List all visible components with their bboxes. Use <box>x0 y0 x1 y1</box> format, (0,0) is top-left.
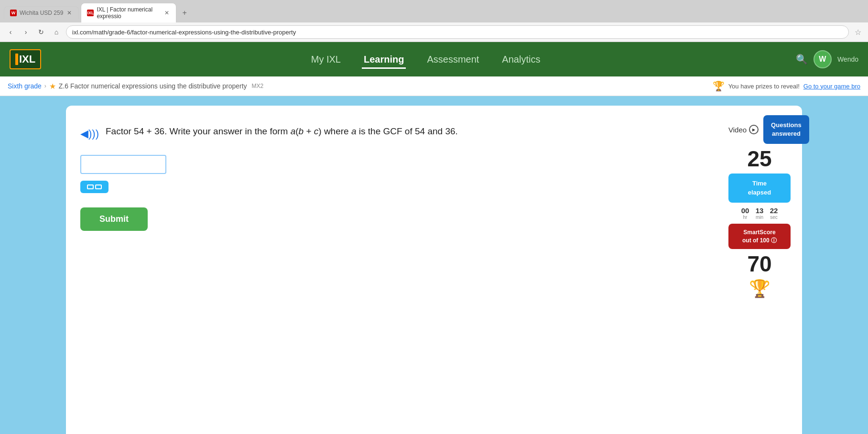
ixl-logo[interactable]: IXL <box>10 49 41 69</box>
breadcrumb-code: MX2 <box>252 83 264 89</box>
main-content: Video ▶ Questionsanswered 25 Timeelapsed… <box>0 96 868 434</box>
tab1-favicon: W <box>10 10 17 16</box>
refresh-button[interactable]: ↻ <box>35 26 47 38</box>
nav-analytics[interactable]: Analytics <box>500 50 542 69</box>
timer-labels: hr min sec <box>740 215 779 220</box>
play-circle-icon: ▶ <box>749 125 759 134</box>
question-content: Factor 54 + 36. Write your answer in the… <box>106 125 458 139</box>
submit-button[interactable]: Submit <box>80 207 148 231</box>
prize-link[interactable]: Go to your game bro <box>803 83 860 90</box>
key-1 <box>87 184 94 189</box>
breadcrumb-right: 🏆 You have prizes to reveal! Go to your … <box>713 80 860 92</box>
nav-learning[interactable]: Learning <box>362 50 406 69</box>
timer-hr-label: hr <box>740 215 750 220</box>
breadcrumb-bar: Sixth grade › ★ Z.6 Factor numerical exp… <box>0 76 868 96</box>
logo-bar <box>15 54 18 65</box>
timer-minutes: 13 <box>754 206 765 215</box>
keyboard-icon <box>87 184 102 189</box>
tab1-close[interactable]: ✕ <box>66 10 73 16</box>
video-label-text: Video <box>728 126 747 134</box>
search-button[interactable]: 🔍 <box>796 54 808 65</box>
timer-min-label: min <box>754 215 765 220</box>
back-button[interactable]: ‹ <box>5 26 16 38</box>
tab-bar: W Wichita USD 259 ✕ IXL IXL | Factor num… <box>0 0 868 22</box>
questions-count: 25 <box>747 148 771 170</box>
timer-numbers: 00 13 22 <box>740 206 779 215</box>
user-avatar[interactable]: W <box>814 50 832 68</box>
address-bar-row: ‹ › ↻ ⌂ ☆ <box>0 22 868 42</box>
trophy-figure: 🏆 <box>749 279 770 299</box>
tab-2[interactable]: IXL IXL | Factor numerical expressio ✕ <box>81 3 176 22</box>
ixl-navigation: My IXL Learning Assessment Analytics <box>55 50 796 69</box>
tab1-title: Wichita USD 259 <box>20 10 63 16</box>
right-panel: Video ▶ Questionsanswered 25 Timeelapsed… <box>728 115 791 299</box>
video-button[interactable]: Video ▶ <box>728 125 759 134</box>
forward-button[interactable]: › <box>20 26 32 38</box>
prize-text: You have prizes to reveal! <box>728 83 800 90</box>
smart-score-button[interactable]: SmartScoreout of 100 ⓘ <box>728 224 791 250</box>
breadcrumb-chevron: › <box>44 83 46 89</box>
timer-display: 00 13 22 hr min sec <box>728 206 791 220</box>
tab2-title: IXL | Factor numerical expressio <box>97 6 161 20</box>
header-right: 🔍 W Wendo <box>796 50 858 68</box>
question-text: ◀))) Factor 54 + 36. Write your answer i… <box>80 125 711 141</box>
logo-text: IXL <box>19 53 35 65</box>
browser-chrome: W Wichita USD 259 ✕ IXL IXL | Factor num… <box>0 0 868 42</box>
breadcrumb-grade[interactable]: Sixth grade <box>8 82 42 90</box>
ixl-header: IXL My IXL Learning Assessment Analytics… <box>0 42 868 76</box>
home-button[interactable]: ⌂ <box>51 26 62 38</box>
user-name-label: Wendo <box>837 55 858 63</box>
timer-sec-label: sec <box>769 215 779 220</box>
tab2-close[interactable]: ✕ <box>163 10 170 16</box>
play-icon: ▶ <box>752 128 755 132</box>
timer-seconds: 22 <box>769 206 779 215</box>
keyboard-button[interactable] <box>80 181 108 193</box>
questions-answered-button[interactable]: Questionsanswered <box>763 115 809 144</box>
breadcrumb-lesson: Z.6 Factor numerical expressions using t… <box>59 82 247 90</box>
question-area: ◀))) Factor 54 + 36. Write your answer i… <box>80 125 788 231</box>
breadcrumb-left: Sixth grade › ★ Z.6 Factor numerical exp… <box>8 82 263 91</box>
trophy-icon: 🏆 <box>713 80 725 92</box>
answer-input[interactable] <box>80 155 166 174</box>
speaker-icon[interactable]: ◀))) <box>80 126 99 141</box>
timer-hours: 00 <box>740 206 750 215</box>
content-card: Video ▶ Questionsanswered 25 Timeelapsed… <box>66 106 802 434</box>
nav-my-ixl[interactable]: My IXL <box>309 50 343 69</box>
bookmark-button[interactable]: ☆ <box>853 26 863 39</box>
time-elapsed-button[interactable]: Timeelapsed <box>728 174 791 202</box>
address-bar-input[interactable] <box>66 25 849 39</box>
tab2-favicon: IXL <box>87 10 94 16</box>
smart-score-value: 70 <box>747 253 771 275</box>
new-tab-button[interactable]: + <box>178 7 190 19</box>
right-panel-top: Video ▶ Questionsanswered <box>728 115 791 144</box>
nav-assessment[interactable]: Assessment <box>425 50 481 69</box>
tab-1[interactable]: W Wichita USD 259 ✕ <box>4 6 79 19</box>
key-2 <box>95 184 102 189</box>
breadcrumb-star[interactable]: ★ <box>49 82 56 91</box>
